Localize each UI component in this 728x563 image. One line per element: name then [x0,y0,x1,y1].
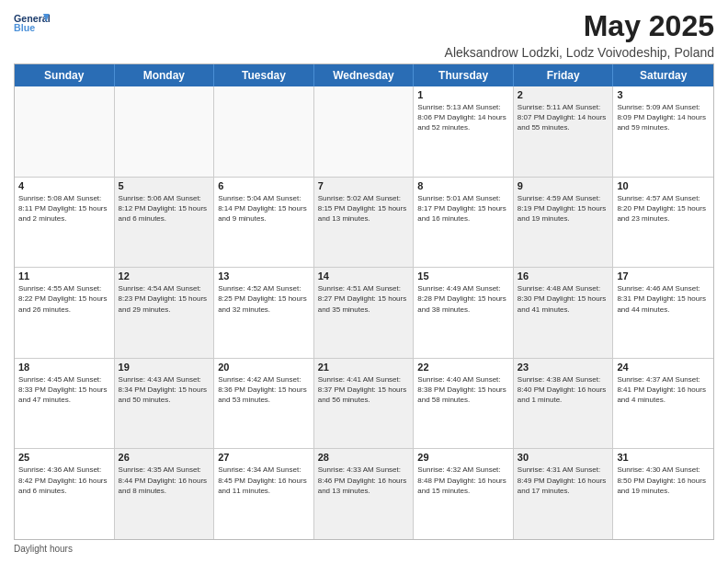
day-number: 28 [318,452,410,463]
day-number: 7 [318,180,410,191]
day-cell: 28Sunrise: 4:33 AM Sunset: 8:46 PM Dayli… [314,449,415,539]
day-cell [15,86,115,177]
week-row-2: 4Sunrise: 5:08 AM Sunset: 8:11 PM Daylig… [15,177,713,268]
week-row-5: 25Sunrise: 4:36 AM Sunset: 8:42 PM Dayli… [15,448,713,539]
day-cell: 23Sunrise: 4:38 AM Sunset: 8:40 PM Dayli… [514,359,614,449]
calendar-body: 1Sunrise: 5:13 AM Sunset: 8:06 PM Daylig… [15,86,713,539]
day-number: 29 [417,452,509,463]
day-cell: 13Sunrise: 4:52 AM Sunset: 8:25 PM Dayli… [214,268,314,358]
day-info: Sunrise: 5:09 AM Sunset: 8:09 PM Dayligh… [617,102,710,133]
day-info: Sunrise: 5:04 AM Sunset: 8:14 PM Dayligh… [218,193,310,224]
week-row-3: 11Sunrise: 4:55 AM Sunset: 8:22 PM Dayli… [15,267,713,358]
day-cell: 2Sunrise: 5:11 AM Sunset: 8:07 PM Daylig… [514,86,614,177]
day-cell: 27Sunrise: 4:34 AM Sunset: 8:45 PM Dayli… [214,449,314,539]
day-info: Sunrise: 4:37 AM Sunset: 8:41 PM Dayligh… [617,374,710,406]
day-cell: 1Sunrise: 5:13 AM Sunset: 8:06 PM Daylig… [414,86,514,177]
day-cell [115,86,215,177]
day-header-wednesday: Wednesday [314,64,415,86]
day-number: 17 [617,270,710,282]
footer-note: Daylight hours [14,544,714,554]
day-cell: 22Sunrise: 4:40 AM Sunset: 8:38 PM Dayli… [414,359,514,449]
logo-svg: General Blue [14,9,51,37]
day-info: Sunrise: 4:33 AM Sunset: 8:46 PM Dayligh… [318,465,410,496]
day-number: 26 [119,452,210,463]
day-header-monday: Monday [115,64,215,86]
day-cell: 25Sunrise: 4:36 AM Sunset: 8:42 PM Dayli… [15,449,115,539]
day-info: Sunrise: 4:41 AM Sunset: 8:37 PM Dayligh… [318,374,410,406]
day-cell [214,86,314,177]
day-number: 11 [18,270,110,282]
day-number: 10 [617,180,710,191]
day-cell: 11Sunrise: 4:55 AM Sunset: 8:22 PM Dayli… [15,268,115,358]
page: General Blue May 2025 Aleksandrow Lodzki… [0,0,728,563]
day-number: 19 [119,362,210,373]
day-cell: 14Sunrise: 4:51 AM Sunset: 8:27 PM Dayli… [314,268,415,358]
day-number: 31 [617,452,710,463]
day-number: 16 [518,270,609,282]
day-info: Sunrise: 4:40 AM Sunset: 8:38 PM Dayligh… [417,374,509,406]
day-cell: 24Sunrise: 4:37 AM Sunset: 8:41 PM Dayli… [613,359,713,449]
day-info: Sunrise: 4:48 AM Sunset: 8:30 PM Dayligh… [518,283,609,315]
day-info: Sunrise: 4:55 AM Sunset: 8:22 PM Dayligh… [18,283,110,315]
day-number: 14 [318,270,410,282]
week-row-4: 18Sunrise: 4:45 AM Sunset: 8:33 PM Dayli… [15,358,713,449]
day-cell: 7Sunrise: 5:02 AM Sunset: 8:15 PM Daylig… [314,178,415,268]
day-info: Sunrise: 5:13 AM Sunset: 8:06 PM Dayligh… [417,102,509,133]
week-row-1: 1Sunrise: 5:13 AM Sunset: 8:06 PM Daylig… [15,86,713,177]
day-info: Sunrise: 5:02 AM Sunset: 8:15 PM Dayligh… [318,193,410,224]
day-cell: 8Sunrise: 5:01 AM Sunset: 8:17 PM Daylig… [414,178,514,268]
day-cell: 20Sunrise: 4:42 AM Sunset: 8:36 PM Dayli… [214,359,314,449]
day-cell: 17Sunrise: 4:46 AM Sunset: 8:31 PM Dayli… [613,268,713,358]
day-number: 5 [119,180,210,191]
day-cell: 10Sunrise: 4:57 AM Sunset: 8:20 PM Dayli… [613,178,713,268]
header: General Blue May 2025 Aleksandrow Lodzki… [14,9,714,60]
day-info: Sunrise: 4:38 AM Sunset: 8:40 PM Dayligh… [518,374,609,406]
day-header-thursday: Thursday [414,64,514,86]
day-cell: 15Sunrise: 4:49 AM Sunset: 8:28 PM Dayli… [414,268,514,358]
day-cell: 3Sunrise: 5:09 AM Sunset: 8:09 PM Daylig… [613,86,713,177]
day-cell: 19Sunrise: 4:43 AM Sunset: 8:34 PM Dayli… [115,359,215,449]
day-info: Sunrise: 4:46 AM Sunset: 8:31 PM Dayligh… [617,283,710,315]
day-number: 20 [218,362,310,373]
day-number: 15 [417,270,509,282]
day-info: Sunrise: 4:36 AM Sunset: 8:42 PM Dayligh… [18,465,110,496]
day-number: 25 [18,452,110,463]
day-info: Sunrise: 4:34 AM Sunset: 8:45 PM Dayligh… [218,465,310,496]
day-cell: 5Sunrise: 5:06 AM Sunset: 8:12 PM Daylig… [115,178,215,268]
day-number: 18 [18,362,110,373]
day-info: Sunrise: 4:49 AM Sunset: 8:28 PM Dayligh… [417,283,509,315]
day-cell: 16Sunrise: 4:48 AM Sunset: 8:30 PM Dayli… [514,268,614,358]
day-cell: 21Sunrise: 4:41 AM Sunset: 8:37 PM Dayli… [314,359,415,449]
day-number: 27 [218,452,310,463]
day-number: 2 [518,89,609,100]
day-cell: 6Sunrise: 5:04 AM Sunset: 8:14 PM Daylig… [214,178,314,268]
day-cell: 18Sunrise: 4:45 AM Sunset: 8:33 PM Dayli… [15,359,115,449]
day-info: Sunrise: 5:01 AM Sunset: 8:17 PM Dayligh… [417,193,509,224]
logo: General Blue [14,9,51,39]
day-cell: 29Sunrise: 4:32 AM Sunset: 8:48 PM Dayli… [414,449,514,539]
day-header-sunday: Sunday [15,64,115,86]
day-info: Sunrise: 4:35 AM Sunset: 8:44 PM Dayligh… [119,465,210,496]
day-info: Sunrise: 4:52 AM Sunset: 8:25 PM Dayligh… [218,283,310,315]
day-header-friday: Friday [514,64,614,86]
main-title: May 2025 [445,9,714,43]
day-number: 30 [518,452,609,463]
day-info: Sunrise: 4:42 AM Sunset: 8:36 PM Dayligh… [218,374,310,406]
day-info: Sunrise: 4:43 AM Sunset: 8:34 PM Dayligh… [119,374,210,406]
day-info: Sunrise: 5:11 AM Sunset: 8:07 PM Dayligh… [518,102,609,133]
day-number: 23 [518,362,609,373]
day-info: Sunrise: 4:32 AM Sunset: 8:48 PM Dayligh… [417,465,509,496]
day-number: 22 [417,362,509,373]
svg-text:Blue: Blue [14,22,35,33]
day-cell [314,86,415,177]
day-cell: 12Sunrise: 4:54 AM Sunset: 8:23 PM Dayli… [115,268,215,358]
subtitle: Aleksandrow Lodzki, Lodz Voivodeship, Po… [445,45,714,60]
day-info: Sunrise: 4:30 AM Sunset: 8:50 PM Dayligh… [617,465,710,496]
day-number: 8 [417,180,509,191]
day-number: 6 [218,180,310,191]
day-info: Sunrise: 4:31 AM Sunset: 8:49 PM Dayligh… [518,465,609,496]
day-number: 12 [119,270,210,282]
day-number: 1 [417,89,509,100]
title-block: May 2025 Aleksandrow Lodzki, Lodz Voivod… [445,9,714,60]
day-number: 4 [18,180,110,191]
